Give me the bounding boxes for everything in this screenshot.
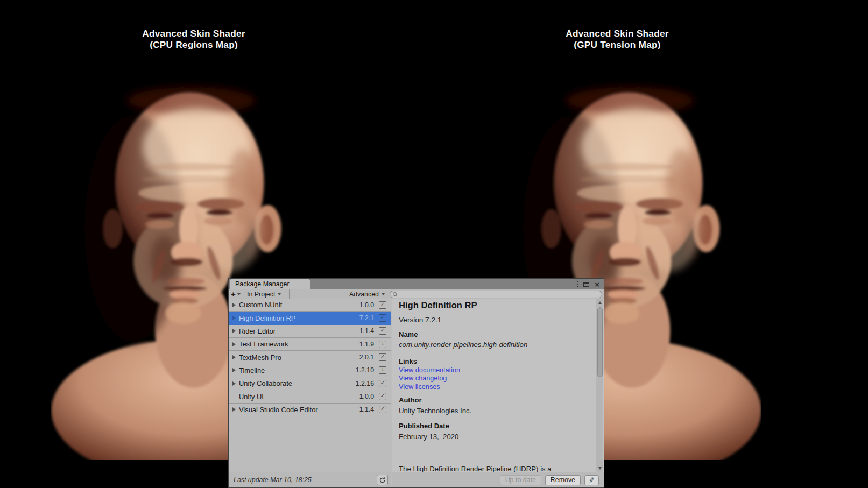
package-row[interactable]: Test Framework 1.1.9	[229, 338, 391, 351]
checkbox-check-icon[interactable]	[379, 406, 386, 413]
scroll-down-icon[interactable]	[596, 464, 603, 472]
package-row[interactable]: Unity UI 1.0.0	[229, 390, 391, 403]
package-version: 1.0.0	[359, 301, 374, 309]
magnifier-icon	[393, 292, 398, 297]
package-version: 7.2.1	[359, 314, 374, 322]
maximize-icon[interactable]	[583, 282, 589, 287]
pencil-icon: ✎	[588, 476, 595, 485]
last-update-label: Last update Mar 10, 18:25	[234, 476, 312, 484]
author-heading: Author	[399, 396, 591, 404]
package-version: 1.2.16	[356, 380, 374, 387]
caption-line2: (CPU Regions Map)	[113, 39, 274, 51]
checkbox-check-icon[interactable]	[379, 327, 386, 335]
package-manager-tab[interactable]: Package Manager	[230, 279, 310, 289]
scrollbar-thumb[interactable]	[597, 307, 603, 377]
package-details-pane: High Definition RP Version 7.2.1 Name co…	[392, 299, 604, 472]
package-version: 1.1.4	[359, 327, 374, 335]
view-changelog-link[interactable]: View changelog	[399, 374, 447, 382]
foldout-triangle-icon[interactable]	[232, 342, 236, 346]
caption-line1: Advanced Skin Shader	[113, 28, 274, 39]
add-package-button[interactable]: +	[229, 289, 243, 299]
package-manager-window: Package Manager × + In Project Advanced	[228, 278, 604, 488]
name-heading: Name	[399, 330, 591, 338]
edit-manifest-button[interactable]: ✎	[584, 475, 599, 485]
search-field[interactable]	[390, 291, 602, 298]
foldout-triangle-icon[interactable]	[232, 368, 236, 372]
description-line1: The High Definition Render Pipeline (HDR…	[399, 465, 591, 472]
foldout-triangle-icon[interactable]	[232, 316, 236, 320]
details-footer: Up to date Remove ✎	[392, 472, 604, 487]
up-to-date-button: Up to date	[500, 475, 541, 485]
close-icon[interactable]: ×	[595, 280, 599, 288]
package-manager-toolbar: + In Project Advanced	[229, 289, 604, 299]
advanced-label: Advanced	[349, 291, 379, 298]
author-value: Unity Technologies Inc.	[399, 407, 591, 415]
package-name: Unity UI	[239, 393, 264, 401]
remove-button[interactable]: Remove	[545, 475, 581, 485]
foldout-triangle-icon[interactable]	[232, 303, 236, 307]
package-row-selected[interactable]: High Definition RP 7.2.1	[229, 312, 391, 324]
checkbox-check-icon[interactable]	[379, 380, 386, 387]
package-name: Visual Studio Code Editor	[239, 406, 318, 414]
foldout-triangle-icon[interactable]	[232, 355, 236, 359]
refresh-icon	[379, 477, 386, 484]
toolbar-separator	[387, 289, 387, 299]
checkbox-check-icon[interactable]	[379, 301, 386, 309]
package-name: Rider Editor	[239, 327, 276, 335]
download-arrow-icon[interactable]	[379, 366, 386, 374]
scope-filter-dropdown[interactable]: In Project	[243, 289, 290, 299]
package-name: Timeline	[239, 366, 265, 374]
view-licenses-link[interactable]: View licenses	[399, 383, 440, 391]
window-titlebar[interactable]: Package Manager ×	[229, 279, 604, 289]
screenshot-stage: Advanced Skin Shader (CPU Regions Map) A…	[0, 0, 868, 488]
package-row[interactable]: Custom NUnit 1.0.0	[229, 299, 391, 312]
foldout-triangle-icon[interactable]	[232, 329, 236, 333]
checkbox-check-icon[interactable]	[379, 393, 386, 400]
package-name: TextMesh Pro	[239, 353, 281, 362]
foldout-triangle-icon[interactable]	[232, 381, 236, 386]
package-version-line: Version 7.2.1	[399, 316, 591, 324]
chevron-down-icon	[382, 293, 385, 295]
package-version: 2.0.1	[359, 353, 374, 361]
advanced-dropdown[interactable]: Advanced	[348, 289, 387, 299]
scroll-up-icon[interactable]	[596, 299, 603, 306]
package-row[interactable]: TextMesh Pro 2.0.1	[229, 351, 391, 364]
package-version: 1.1.9	[359, 341, 374, 348]
package-title: High Definition RP	[399, 300, 591, 311]
view-documentation-link[interactable]: View documentation	[399, 366, 460, 374]
search-input[interactable]	[398, 292, 602, 297]
foldout-triangle-icon[interactable]	[232, 407, 236, 412]
package-description: The High Definition Render Pipeline (HDR…	[399, 465, 591, 472]
add-icon: +	[231, 291, 236, 298]
published-date-heading: Published Date	[399, 422, 591, 430]
download-arrow-icon[interactable]	[379, 341, 386, 348]
package-name: Custom NUnit	[239, 301, 282, 309]
details-scrollbar[interactable]	[596, 299, 603, 472]
links-heading: Links	[399, 357, 591, 365]
package-row[interactable]: Visual Studio Code Editor 1.1.4	[229, 404, 391, 416]
caption-line2: (GPU Tension Map)	[537, 39, 698, 51]
chevron-down-icon	[237, 293, 241, 295]
package-version: 1.0.0	[359, 393, 374, 400]
checkbox-check-icon[interactable]	[379, 353, 386, 361]
more-options-icon[interactable]	[577, 281, 578, 287]
package-row[interactable]: Timeline 1.2.10	[229, 364, 391, 377]
package-id: com.unity.render-pipelines.high-definiti…	[399, 341, 591, 349]
published-date-value: February 13, 2020	[399, 433, 591, 441]
caption-line1: Advanced Skin Shader	[537, 28, 698, 39]
package-version: 1.2.10	[356, 366, 374, 374]
right-viewport-caption: Advanced Skin Shader (GPU Tension Map)	[537, 28, 698, 51]
status-bar: Last update Mar 10, 18:25	[229, 472, 391, 487]
checkbox-check-icon[interactable]	[379, 314, 386, 322]
package-name: Test Framework	[239, 340, 288, 348]
left-viewport-caption: Advanced Skin Shader (CPU Regions Map)	[113, 28, 274, 51]
package-name: Unity Collaborate	[239, 379, 292, 387]
package-row[interactable]: Rider Editor 1.1.4	[229, 325, 391, 338]
scope-filter-label: In Project	[247, 291, 275, 298]
package-row[interactable]: Unity Collaborate 1.2.16	[229, 377, 391, 390]
refresh-button[interactable]	[377, 475, 388, 485]
package-name: High Definition RP	[239, 314, 295, 322]
package-version: 1.1.4	[359, 406, 374, 413]
chevron-down-icon	[278, 293, 281, 295]
package-list: Custom NUnit 1.0.0 High Definition RP 7.…	[229, 299, 391, 472]
